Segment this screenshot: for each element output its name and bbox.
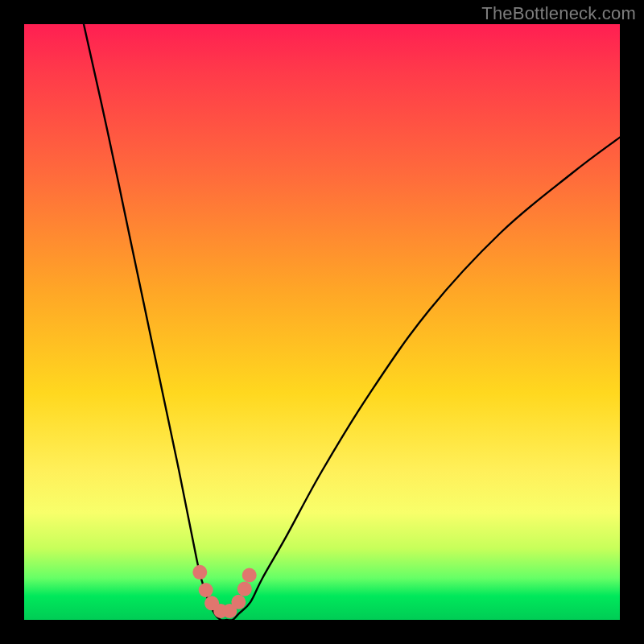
chart-frame: TheBottleneck.com	[0, 0, 644, 644]
highlight-dots	[192, 565, 256, 618]
highlight-dot	[192, 565, 207, 580]
plot-area	[24, 24, 620, 620]
highlight-dot	[199, 583, 213, 597]
highlight-dot	[242, 568, 257, 583]
highlight-dot	[231, 595, 246, 609]
watermark-text: TheBottleneck.com	[481, 3, 636, 24]
curve-layer	[24, 24, 620, 620]
bottleneck-curve	[84, 24, 620, 621]
highlight-dot	[237, 582, 252, 597]
